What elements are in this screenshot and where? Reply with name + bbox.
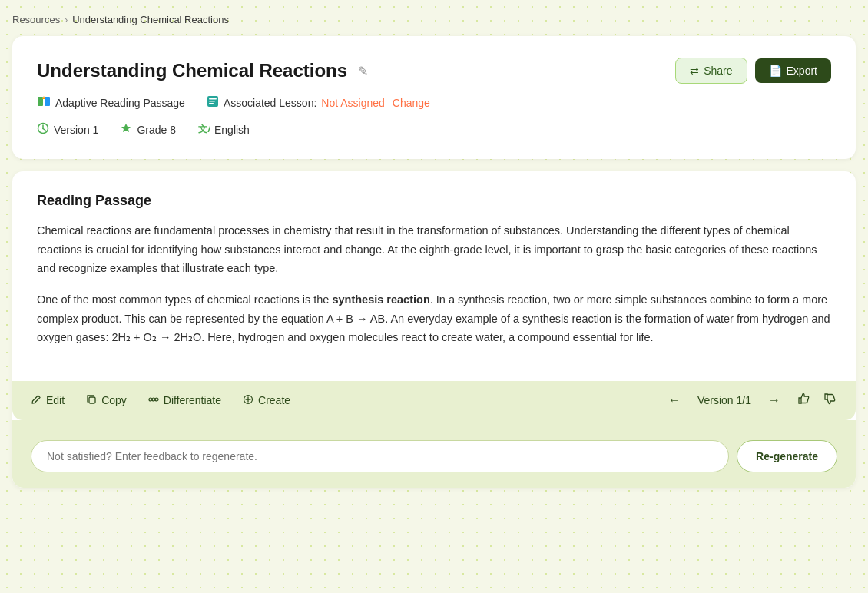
share-button[interactable]: ⇄ Share bbox=[675, 58, 747, 84]
lesson-status: Not Assigned bbox=[321, 97, 385, 109]
differentiate-icon bbox=[148, 394, 159, 407]
thumbdown-button[interactable] bbox=[823, 392, 837, 409]
differentiate-label: Differentiate bbox=[164, 394, 221, 406]
create-label: Create bbox=[258, 394, 290, 406]
para2-pre: One of the most common types of chemical… bbox=[37, 293, 332, 306]
edit-button[interactable]: Edit bbox=[31, 394, 65, 407]
reading-paragraph-2: One of the most common types of chemical… bbox=[37, 290, 831, 347]
svg-point-14 bbox=[152, 398, 155, 401]
lesson-label: Associated Lesson: bbox=[224, 97, 316, 109]
reading-paragraph-1: Chemical reactions are fundamental proce… bbox=[37, 221, 831, 278]
meta-grade: Grade 8 bbox=[120, 122, 176, 137]
regenerate-button[interactable]: Re-generate bbox=[737, 440, 837, 472]
meta-row-1: Adaptive Reading Passage Associated Less… bbox=[37, 94, 831, 111]
language-icon: 文A bbox=[197, 122, 210, 137]
title-edit-button[interactable]: ✎ bbox=[355, 61, 371, 81]
thumbup-button[interactable] bbox=[797, 392, 811, 409]
breadcrumb: Resources › Understanding Chemical React… bbox=[12, 8, 856, 36]
title-row: Understanding Chemical Reactions ✎ bbox=[37, 60, 371, 81]
synthesis-reaction-bold: synthesis reaction bbox=[332, 293, 429, 306]
create-button[interactable]: Create bbox=[243, 394, 290, 407]
type-label: Adaptive Reading Passage bbox=[55, 97, 185, 109]
meta-type: Adaptive Reading Passage bbox=[37, 94, 185, 111]
pencil-icon: ✎ bbox=[358, 65, 368, 78]
export-icon: 📄 bbox=[769, 65, 782, 77]
share-label: Share bbox=[704, 65, 732, 77]
grade-label: Grade 8 bbox=[137, 124, 176, 136]
grade-icon bbox=[120, 122, 132, 137]
breadcrumb-current: Understanding Chemical Reactions bbox=[72, 14, 229, 25]
toolbar-right: ← Version 1/1 → bbox=[664, 392, 837, 409]
header-card: Understanding Chemical Reactions ✎ ⇄ Sha… bbox=[12, 36, 856, 159]
meta-language: 文A English bbox=[197, 122, 250, 137]
copy-label: Copy bbox=[101, 394, 127, 406]
share-icon: ⇄ bbox=[690, 65, 699, 77]
export-button[interactable]: 📄 Export bbox=[755, 58, 831, 83]
svg-rect-11 bbox=[89, 397, 95, 403]
feedback-input[interactable] bbox=[31, 440, 729, 472]
prev-version-button[interactable]: ← bbox=[664, 392, 685, 409]
copy-icon bbox=[86, 394, 97, 407]
change-link[interactable]: Change bbox=[393, 97, 430, 109]
meta-row-2: Version 1 Grade 8 文A English bbox=[37, 122, 831, 137]
reading-container: Reading Passage Chemical reactions are f… bbox=[12, 171, 856, 488]
meta-version: Version 1 bbox=[37, 122, 98, 137]
breadcrumb-chevron: › bbox=[65, 15, 68, 25]
toolbar: Edit Copy D bbox=[12, 381, 856, 420]
language-label: English bbox=[214, 124, 250, 136]
create-icon bbox=[243, 394, 253, 407]
svg-text:文A: 文A bbox=[198, 124, 210, 134]
copy-button[interactable]: Copy bbox=[86, 394, 127, 407]
meta-lesson: Associated Lesson: Not Assigned Change bbox=[207, 95, 430, 111]
breadcrumb-resources[interactable]: Resources bbox=[12, 14, 60, 25]
svg-rect-6 bbox=[209, 103, 214, 104]
svg-rect-0 bbox=[38, 97, 43, 106]
reading-title: Reading Passage bbox=[37, 193, 831, 209]
lesson-icon bbox=[207, 95, 219, 111]
svg-rect-5 bbox=[209, 101, 215, 102]
export-label: Export bbox=[787, 65, 817, 77]
svg-rect-4 bbox=[209, 98, 217, 100]
header-top: Understanding Chemical Reactions ✎ ⇄ Sha… bbox=[37, 58, 831, 84]
reading-card: Reading Passage Chemical reactions are f… bbox=[12, 171, 856, 381]
feedback-bar: Re-generate bbox=[12, 420, 856, 488]
toolbar-left: Edit Copy D bbox=[31, 394, 290, 407]
header-actions: ⇄ Share 📄 Export bbox=[675, 58, 831, 84]
svg-point-12 bbox=[149, 398, 152, 401]
page-title: Understanding Chemical Reactions bbox=[37, 60, 347, 81]
adaptive-reading-icon bbox=[37, 94, 51, 111]
feedback-row: Re-generate bbox=[31, 431, 837, 475]
differentiate-button[interactable]: Differentiate bbox=[148, 394, 221, 407]
svg-rect-1 bbox=[45, 97, 50, 106]
svg-point-13 bbox=[155, 398, 158, 401]
version-icon bbox=[37, 122, 49, 137]
svg-line-9 bbox=[43, 129, 45, 131]
edit-label: Edit bbox=[46, 394, 65, 406]
edit-icon bbox=[31, 394, 41, 407]
version-display: Version 1/1 bbox=[697, 394, 751, 406]
next-version-button[interactable]: → bbox=[764, 392, 785, 409]
version-label: Version 1 bbox=[54, 124, 98, 136]
